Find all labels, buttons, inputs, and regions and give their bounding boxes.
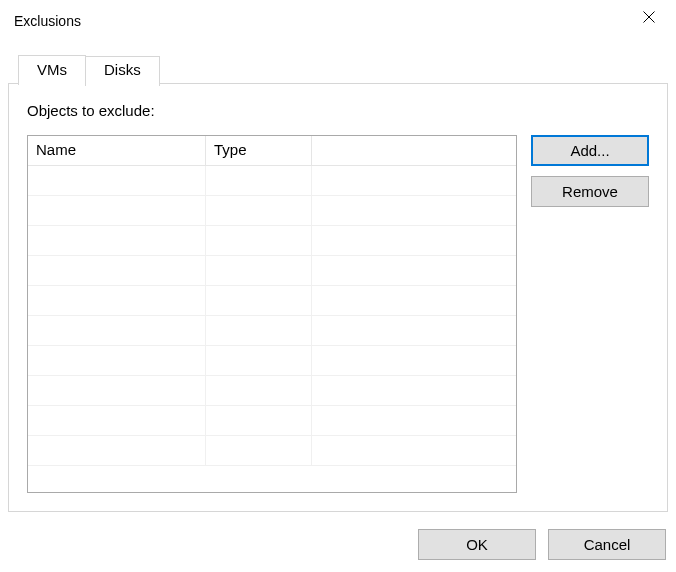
window-title: Exclusions	[14, 13, 81, 29]
table-row	[28, 256, 516, 286]
remove-button-label: Remove	[562, 183, 618, 200]
tab-panel: Objects to exclude: Name Type	[8, 83, 668, 512]
table-row	[28, 196, 516, 226]
ok-button[interactable]: OK	[418, 529, 536, 560]
table-row	[28, 376, 516, 406]
content-frame: VMs Disks Objects to exclude: Name Type	[8, 54, 668, 512]
ok-button-label: OK	[466, 536, 488, 553]
tab-disks-label: Disks	[104, 61, 141, 78]
exclusion-grid[interactable]: Name Type	[27, 135, 517, 493]
column-header-name[interactable]: Name	[28, 136, 206, 166]
cancel-button-label: Cancel	[584, 536, 631, 553]
table-row	[28, 226, 516, 256]
titlebar: Exclusions	[0, 0, 676, 42]
close-icon	[643, 10, 655, 26]
grid-header: Name Type	[28, 136, 516, 166]
add-button[interactable]: Add...	[531, 135, 649, 166]
column-header-blank	[312, 136, 516, 166]
table-row	[28, 436, 516, 466]
tab-disks[interactable]: Disks	[85, 56, 160, 86]
add-button-label: Add...	[570, 142, 609, 159]
dialog-buttons: OK Cancel	[418, 529, 666, 560]
table-row	[28, 406, 516, 436]
tabstrip: VMs Disks	[8, 54, 668, 84]
table-row	[28, 316, 516, 346]
table-row	[28, 166, 516, 196]
column-header-type[interactable]: Type	[206, 136, 312, 166]
table-row	[28, 286, 516, 316]
grid-body	[28, 166, 516, 492]
remove-button[interactable]: Remove	[531, 176, 649, 207]
tab-vms[interactable]: VMs	[18, 55, 86, 85]
cancel-button[interactable]: Cancel	[548, 529, 666, 560]
table-row	[28, 346, 516, 376]
side-buttons: Add... Remove	[531, 135, 649, 493]
section-label: Objects to exclude:	[27, 102, 649, 119]
tab-vms-label: VMs	[37, 61, 67, 78]
close-button[interactable]	[626, 2, 672, 34]
